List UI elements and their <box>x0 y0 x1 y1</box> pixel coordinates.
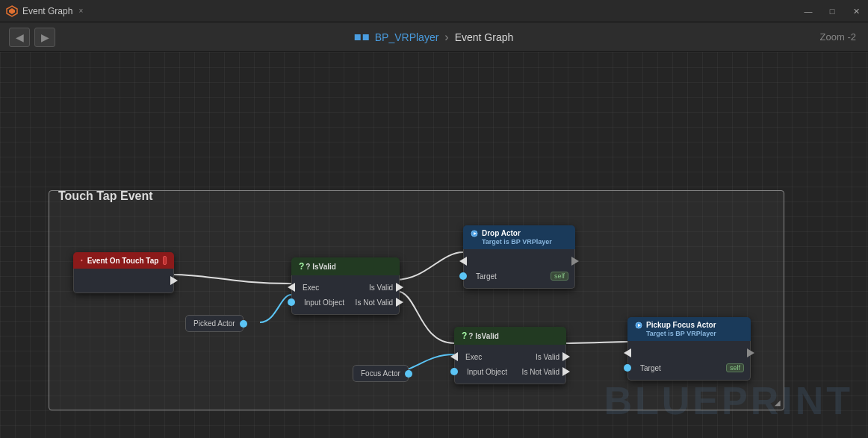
svg-marker-1 <box>9 8 15 14</box>
drop-actor-body: Target self <box>463 249 575 289</box>
drop-actor-node: Drop Actor Target is BP VRPlayer Target … <box>463 225 575 289</box>
window-controls: — □ ✕ <box>796 0 868 22</box>
comment-resize-handle[interactable]: ◢ <box>775 398 781 407</box>
app-icon <box>6 5 18 17</box>
isvalid2-isnotvalid-pin <box>562 367 570 376</box>
isvalid2-inputobj-label: Input Object <box>461 368 507 376</box>
pickup-focus-actor-header: Pickup Focus Actor Target is BP VRPlayer <box>627 317 751 341</box>
pickup-focus-subheader: Target is BP VRPlayer <box>646 330 716 337</box>
focus-actor-label: Focus Actor <box>361 369 400 378</box>
isvalid1-exec-label: Exec <box>298 284 319 292</box>
is-valid-1-body: Exec Is Valid Input Object Is Not Valid <box>291 275 400 315</box>
drop-actor-subheader: Target is BP VRPlayer <box>482 238 552 245</box>
isvalid1-exec-in-pin <box>288 283 295 292</box>
drop-actor-exec-out-pin <box>571 257 579 266</box>
isvalid1-isvalid-pin <box>396 283 403 292</box>
isvalid1-exec-row: Exec Is Valid <box>292 280 399 295</box>
event-icon <box>81 257 83 264</box>
event-node-indicator <box>163 256 167 265</box>
isvalid2-exec-in-pin <box>450 352 458 361</box>
blueprint-canvas[interactable]: BLUEPRINT Touch Tap Event ◢ Event On Tou… <box>0 52 868 438</box>
blueprint-icon <box>355 34 369 40</box>
drop-actor-target-row: Target self <box>464 269 574 284</box>
forward-button[interactable]: ▶ <box>34 28 55 47</box>
pickup-focus-actor-node: Pickup Focus Actor Target is BP VRPlayer… <box>627 317 751 381</box>
exec-output-pin <box>170 276 178 285</box>
picked-actor-label: Picked Actor <box>193 319 235 328</box>
isvalid2-exec-label: Exec <box>461 353 482 361</box>
breadcrumb-separator: › <box>444 31 448 44</box>
is-valid-1-node: ? ? IsValid Exec Is Valid Input Object I… <box>291 257 400 315</box>
focus-actor-output-pin <box>405 370 412 378</box>
pickup-focus-self-badge: self <box>726 363 744 372</box>
isvalid2-isnotvalid-label: Is Not Valid <box>522 368 559 376</box>
focus-actor-node: Focus Actor <box>353 365 409 382</box>
event-node-title: Event On Touch Tap <box>87 257 159 265</box>
maximize-button[interactable]: □ <box>820 0 844 22</box>
zoom-label: Zoom -2 <box>820 31 856 43</box>
tab-close-button[interactable]: × <box>78 7 83 15</box>
breadcrumb-project[interactable]: BP_VRPlayer <box>375 31 439 43</box>
drop-actor-icon <box>471 230 478 237</box>
pickup-focus-icon <box>635 322 642 329</box>
isvalid2-inputobj-pin <box>450 368 458 375</box>
pickup-focus-actor-body: Target self <box>627 341 751 381</box>
breadcrumb: BP_VRPlayer › Event Graph <box>355 31 514 44</box>
title-bar: Event Graph × — □ ✕ <box>0 0 868 22</box>
is-valid-2-title: ? IsValid <box>468 332 499 340</box>
drop-actor-target-pin <box>459 272 467 280</box>
drop-actor-target-label: Target <box>470 272 497 281</box>
drop-actor-self-badge: self <box>551 272 568 281</box>
is-valid-1-title: ? IsValid <box>306 263 336 271</box>
pickup-focus-exec-in-pin <box>624 348 631 357</box>
drop-actor-exec-row <box>464 254 574 269</box>
is-valid-2-node: ? ? IsValid Exec Is Valid Input Object I… <box>454 327 566 384</box>
picked-actor-node: Picked Actor <box>185 315 244 332</box>
isvalid2-exec-row: Exec Is Valid <box>455 349 565 364</box>
isvalid2-isvalid-label: Is Valid <box>536 353 559 361</box>
close-button[interactable]: ✕ <box>844 0 868 22</box>
comment-label: Touch Tap Event <box>58 190 153 203</box>
pickup-focus-target-row: Target self <box>628 360 750 375</box>
event-node-body <box>73 269 174 293</box>
isvalid1-inputobj-label: Input Object <box>298 298 344 307</box>
isvalid1-isnotvalid-pin <box>396 298 403 307</box>
drop-actor-header: Drop Actor Target is BP VRPlayer <box>463 225 575 249</box>
isvalid2-inputobj-row: Input Object Is Not Valid <box>455 364 565 379</box>
pickup-focus-target-label: Target <box>634 364 661 372</box>
drop-actor-title: Drop Actor <box>482 229 521 237</box>
event-exec-output-row <box>74 273 173 288</box>
drop-actor-exec-in-pin <box>459 257 467 266</box>
pickup-focus-exec-row <box>628 345 750 360</box>
pickup-focus-title: Pickup Focus Actor <box>646 321 716 329</box>
is-valid-2-body: Exec Is Valid Input Object Is Not Valid <box>454 345 566 384</box>
toolbar: ◀ ▶ BP_VRPlayer › Event Graph Zoom -2 <box>0 22 868 52</box>
back-button[interactable]: ◀ <box>9 28 30 47</box>
isvalid1-inputobj-row: Input Object Is Not Valid <box>292 295 399 310</box>
breadcrumb-page: Event Graph <box>455 31 514 43</box>
is-valid-1-header: ? ? IsValid <box>291 257 400 275</box>
minimize-button[interactable]: — <box>796 0 820 22</box>
pickup-focus-exec-out-pin <box>747 348 754 357</box>
event-on-touch-tap-node: Event On Touch Tap <box>73 252 174 293</box>
tab-label: Event Graph <box>22 6 72 16</box>
picked-actor-output-pin <box>240 320 247 328</box>
is-valid-2-header: ? ? IsValid <box>454 327 566 345</box>
isvalid1-isvalid-label: Is Valid <box>369 284 393 292</box>
pickup-focus-target-pin <box>624 364 631 372</box>
isvalid1-isnotvalid-label: Is Not Valid <box>356 298 393 307</box>
event-node-header: Event On Touch Tap <box>73 252 174 269</box>
isvalid1-inputobj-pin <box>288 298 295 306</box>
isvalid2-isvalid-pin <box>562 352 570 361</box>
